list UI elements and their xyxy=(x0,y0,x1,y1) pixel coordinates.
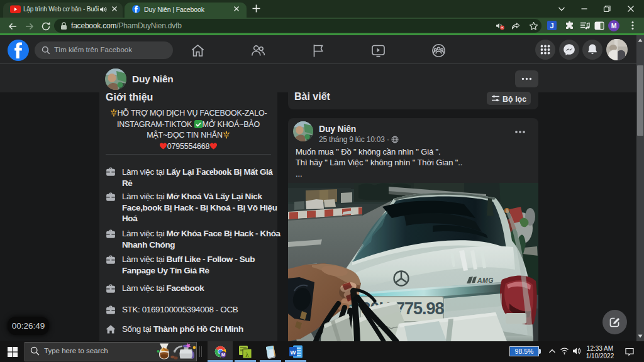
svg-text:W: W xyxy=(291,349,296,356)
svg-text:M: M xyxy=(221,353,225,357)
svg-text:J: J xyxy=(550,22,553,30)
svg-text:λ: λ xyxy=(245,351,249,358)
svg-text:M: M xyxy=(611,22,617,30)
